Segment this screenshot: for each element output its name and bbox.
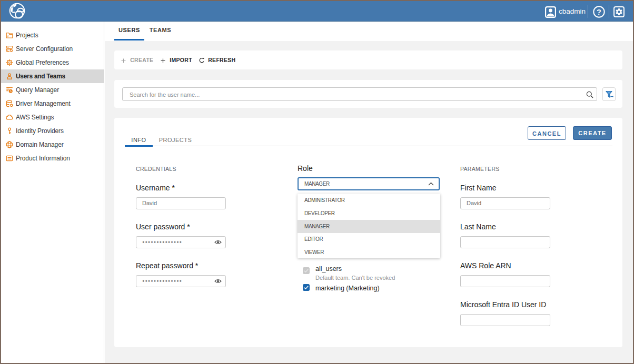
svg-text:?: ? (597, 8, 601, 16)
